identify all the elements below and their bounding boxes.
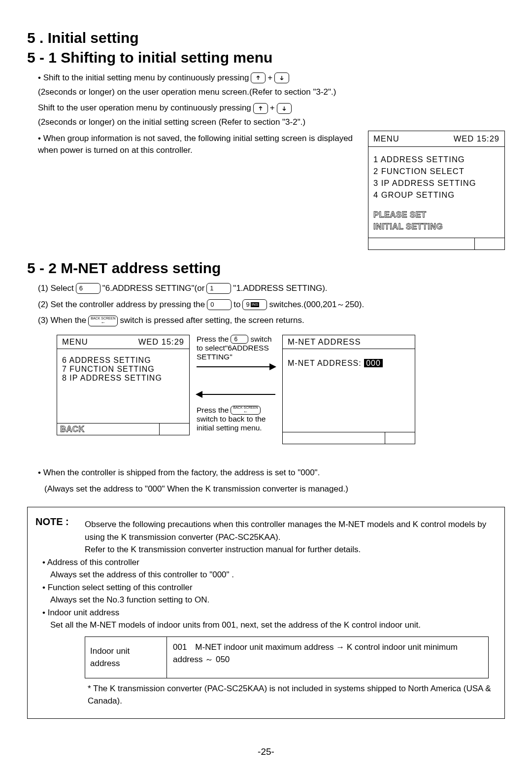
key-down-icon — [274, 72, 289, 83]
note-label: NOTE : — [35, 516, 69, 527]
lcd-prompt: PLEASE SET — [373, 209, 499, 221]
text: "6.ADDRESS SETTING"(or — [102, 283, 205, 295]
indoor-unit-address-table: Indoor unit address 001 M-NET indoor uni… — [85, 636, 489, 678]
lcd-footer-cell — [283, 432, 385, 444]
text: "1.ADDRESS SETTING). — [233, 283, 327, 295]
lcd-item: 4 GROUP SETTING — [373, 189, 499, 201]
lcd-menu-label: MENU — [373, 133, 399, 145]
key-6: 6 — [231, 335, 248, 344]
lcd-footer-cell — [475, 238, 504, 249]
text: switch is pressed after setting, the scr… — [120, 315, 304, 327]
key-back-screen: BACK SCREEN← — [88, 316, 118, 326]
note-bullet-detail: Always set the No.3 function setting to … — [50, 594, 497, 606]
note-box: NOTE : Observe the following precautions… — [27, 507, 505, 719]
key-back-screen: BACK SCREEN← — [231, 406, 260, 415]
mnet-address-value: 000 — [364, 359, 383, 367]
arrow-left-icon — [197, 394, 275, 395]
note-line: Observe the following precautions when t… — [85, 518, 497, 543]
table-label: Indoor unit address — [85, 637, 167, 678]
note-footnote: * The K transmission converter (PAC-SC25… — [88, 682, 497, 707]
page-number: -25- — [0, 746, 532, 757]
text: (2seconds or longer) on the user operati… — [38, 86, 336, 99]
heading-5-2: 5 - 2 M-NET address setting — [27, 260, 505, 277]
key-0: 0 — [207, 299, 232, 310]
lcd-clock: WED 15:29 — [454, 133, 499, 145]
lcd-footer-cell — [385, 432, 415, 444]
plus-text: + — [270, 102, 275, 114]
ins-chip: INS — [251, 302, 259, 307]
text: (1) Select — [38, 283, 74, 295]
text: (2) Set the controller address by pressi… — [38, 299, 205, 311]
lcd-back-label: BACK — [57, 424, 160, 435]
lcd-item: 8 IP ADDRESS SETTING — [62, 374, 184, 383]
text: Press the — [197, 335, 229, 344]
text: switch to back to the initial setting me… — [197, 415, 275, 432]
lcd-title: M-NET ADDRESS — [288, 337, 361, 347]
step-1: (1) Select 6 "6.ADDRESS SETTING"(or 1 "1… — [38, 283, 505, 295]
para-5-1-bullet3: MENU WED 15:29 1 ADDRESS SETTING 2 FUNCT… — [38, 133, 505, 250]
text: to select"6ADDRESS SETTING" — [197, 344, 275, 361]
note-line: Refer to the K transmission converter in… — [85, 543, 497, 556]
text: switch — [250, 335, 271, 344]
text: • When group information is not saved, t… — [38, 134, 353, 155]
key-1: 1 — [206, 283, 231, 294]
text: Press the — [197, 406, 229, 415]
note-bullet-detail: Set all the M-NET models of indoor units… — [50, 619, 497, 632]
lcd-item: 2 FUNCTION SELECT — [373, 166, 499, 177]
text: switches.(000,201～250). — [269, 299, 364, 311]
text: • Shift to the initial setting menu by c… — [38, 72, 249, 84]
step-3: (3) When the BACK SCREEN← switch is pres… — [38, 315, 505, 327]
note-bullet-detail: Always set the address of this controlle… — [50, 568, 497, 581]
lcd-menu-label: MENU — [62, 337, 88, 347]
lcd-prompt: INITIAL SETTING — [373, 221, 499, 233]
key-6: 6 — [76, 283, 100, 294]
lcd-menu-6-8: MENU WED 15:29 6 ADDRESS SETTING 7 FUNCT… — [57, 335, 190, 435]
arrow-right-icon — [197, 366, 275, 367]
text: (3) When the — [38, 315, 86, 327]
para-5-1-bullet1: • Shift to the initial setting menu by c… — [38, 72, 505, 98]
heading-5: 5 . Initial setting — [27, 30, 505, 46]
lcd-mnet-address: M-NET ADDRESS M-NET ADDRESS: 000 — [282, 335, 415, 444]
key-down-icon — [277, 103, 292, 114]
post-note-1: • When the controller is shipped from th… — [38, 467, 505, 479]
post-note-2: (Always set the address to "000" When th… — [44, 483, 505, 495]
lcd-footer-cell — [160, 424, 189, 435]
text: to — [233, 299, 240, 311]
lcd-item: 3 IP ADDRESS SETTING — [373, 177, 499, 189]
lcd-initial-menu: MENU WED 15:29 1 ADDRESS SETTING 2 FUNCT… — [368, 131, 505, 250]
note-bullet: • Address of this controller — [42, 556, 497, 569]
text: Shift to the user operation menu by cont… — [38, 102, 251, 114]
lcd-item: 1 ADDRESS SETTING — [373, 154, 499, 166]
lcd-item: 6 ADDRESS SETTING — [62, 356, 184, 365]
plus-text: + — [267, 72, 272, 84]
flow-diagram: MENU WED 15:29 6 ADDRESS SETTING 7 FUNCT… — [57, 335, 505, 444]
lcd-item: 7 FUNCTION SETTING — [62, 365, 184, 374]
table-value: 001 M-NET indoor unit maximum address → … — [167, 637, 488, 678]
lcd-footer-cell — [368, 238, 475, 249]
key-9-label: 9 — [246, 300, 249, 310]
key-9-ins: 9INS — [242, 299, 267, 310]
mnet-address-label: M-NET ADDRESS: — [288, 359, 362, 367]
key-up-icon — [253, 103, 268, 114]
note-bullet: • Indoor unit address — [42, 606, 497, 619]
lcd-clock: WED 15:29 — [138, 337, 184, 347]
key-up-icon — [251, 72, 266, 83]
note-bullet: • Function select setting of this contro… — [42, 581, 497, 594]
para-5-1-bullet2: Shift to the user operation menu by cont… — [38, 102, 505, 128]
flow-captions: Press the 6 switch to select"6ADDRESS SE… — [197, 335, 275, 432]
step-2: (2) Set the controller address by pressi… — [38, 299, 505, 311]
heading-5-1: 5 - 1 Shifting to initial setting menu — [27, 49, 505, 66]
text: (2seconds or longer) on the initial sett… — [38, 116, 305, 129]
